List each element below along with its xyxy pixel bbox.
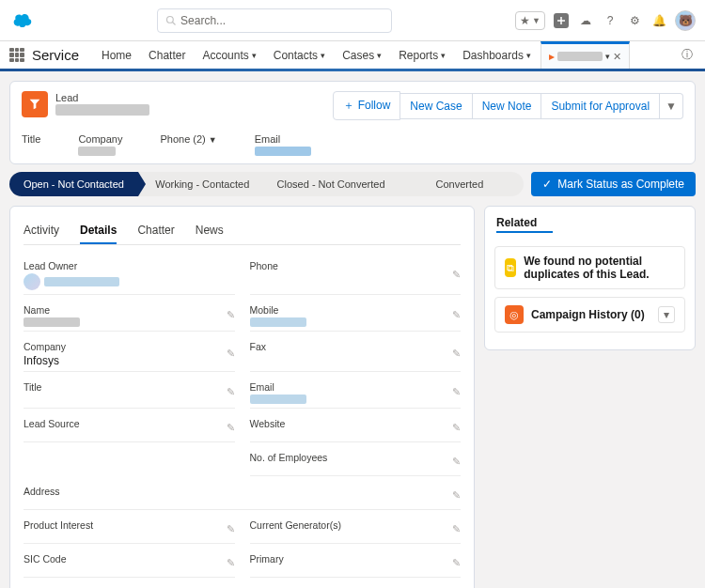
summary-phone-label[interactable]: Phone (2) ▼	[160, 133, 216, 145]
related-duplicates[interactable]: ⧉ We found no potential duplicates of th…	[494, 246, 685, 289]
field-lead-source[interactable]: Lead Source	[24, 412, 235, 442]
record-actions: ＋ Follow New Case New Note Submit for Ap…	[333, 91, 683, 120]
record-highlights-panel: Lead ████████████ ＋ Follow New Case New …	[9, 81, 696, 164]
path-step-closed[interactable]: Closed - Not Converted	[267, 172, 396, 196]
tab-details[interactable]: Details	[80, 218, 117, 244]
salesforce-logo-icon	[9, 12, 34, 29]
field-primary[interactable]: Primary	[250, 548, 462, 578]
field-address[interactable]: Address	[24, 480, 461, 510]
follow-button[interactable]: ＋ Follow	[333, 91, 400, 120]
lead-path: Open - Not Contacted Working - Contacted…	[9, 172, 524, 196]
field-website[interactable]: Website	[250, 412, 462, 442]
owner-avatar-icon	[24, 273, 40, 290]
info-icon[interactable]: ⓘ	[679, 47, 696, 64]
lead-object-icon	[22, 91, 48, 117]
field-number-of-locations[interactable]: Number of Locations	[24, 581, 461, 588]
field-sic-code[interactable]: SIC Code	[24, 548, 235, 578]
field-product-interest[interactable]: Product Interest	[24, 514, 235, 544]
expand-campaign-history-button[interactable]: ▾	[658, 306, 675, 323]
field-mobile[interactable]: Mobile██████████	[250, 299, 462, 332]
nav-cases[interactable]: Cases▾	[335, 43, 389, 68]
app-nav-bar: Service Home Chatter Accounts▾ Contacts▾…	[0, 41, 705, 71]
favorites-button[interactable]: ★▼	[515, 11, 545, 30]
path-step-converted[interactable]: Converted	[395, 172, 524, 196]
field-lead-owner: Lead Owner████████████	[24, 255, 235, 295]
related-title: Related	[496, 216, 537, 229]
details-card: Activity Details Chatter News Lead Owner…	[9, 206, 475, 588]
search-icon	[165, 15, 177, 26]
summary-company-label: Company	[78, 133, 122, 145]
path-step-working[interactable]: Working - Contacted	[138, 172, 267, 196]
tab-activity[interactable]: Activity	[24, 218, 59, 244]
nav-reports[interactable]: Reports▾	[391, 43, 453, 68]
field-no-of-employees[interactable]: No. of Employees	[250, 446, 462, 476]
field-current-generators[interactable]: Current Generator(s)	[250, 514, 462, 544]
nav-chatter[interactable]: Chatter	[141, 43, 193, 68]
field-phone[interactable]: Phone	[250, 255, 462, 295]
tab-news[interactable]: News	[196, 218, 224, 244]
nav-accounts[interactable]: Accounts▾	[195, 43, 263, 68]
salesforce-help-icon[interactable]: ☁	[577, 12, 594, 29]
notifications-bell-icon[interactable]: 🔔	[650, 12, 667, 29]
summary-title-label: Title	[22, 133, 40, 145]
summary-email-label: Email	[255, 133, 311, 145]
new-case-button[interactable]: New Case	[400, 93, 472, 119]
global-search-input[interactable]: Search...	[157, 8, 392, 33]
app-name: Service	[32, 47, 79, 63]
user-avatar[interactable]: 🐻	[675, 10, 696, 31]
mark-status-complete-button[interactable]: ✓ Mark Status as Complete	[531, 172, 696, 196]
help-icon[interactable]: ?	[602, 12, 619, 29]
submit-for-approval-button[interactable]: Submit for Approval	[541, 93, 660, 119]
nav-dashboards[interactable]: Dashboards▾	[455, 43, 539, 68]
nav-home[interactable]: Home	[94, 43, 139, 68]
add-icon[interactable]	[553, 12, 570, 29]
svg-line-1	[173, 22, 176, 24]
more-actions-button[interactable]: ▼	[660, 93, 683, 119]
svg-point-0	[167, 16, 174, 23]
campaign-icon: ◎	[505, 305, 524, 324]
global-header: Search... ★▼ ☁ ? ⚙ 🔔 🐻	[0, 0, 705, 41]
field-fax[interactable]: Fax	[250, 335, 462, 372]
object-label: Lead	[55, 92, 78, 103]
field-company[interactable]: CompanyInfosys	[24, 335, 235, 372]
duplicates-icon: ⧉	[505, 258, 516, 277]
record-name: ████████████	[55, 104, 149, 116]
nav-active-record-tab[interactable]: ▸ ████████ ▾ ✕	[540, 41, 630, 69]
nav-contacts[interactable]: Contacts▾	[266, 43, 333, 68]
field-email[interactable]: Email██████████	[250, 376, 462, 409]
new-note-button[interactable]: New Note	[473, 93, 542, 119]
setup-gear-icon[interactable]: ⚙	[626, 12, 643, 29]
tab-chatter[interactable]: Chatter	[137, 218, 174, 244]
related-campaign-history[interactable]: ◎ Campaign History (0) ▾	[494, 297, 685, 333]
related-panel: Related ⧉ We found no potential duplicat…	[484, 206, 696, 350]
field-title[interactable]: Title	[24, 376, 235, 409]
field-name[interactable]: Name██████████	[24, 299, 235, 332]
app-launcher-icon[interactable]	[9, 48, 24, 63]
path-step-open[interactable]: Open - Not Contacted	[9, 172, 138, 196]
